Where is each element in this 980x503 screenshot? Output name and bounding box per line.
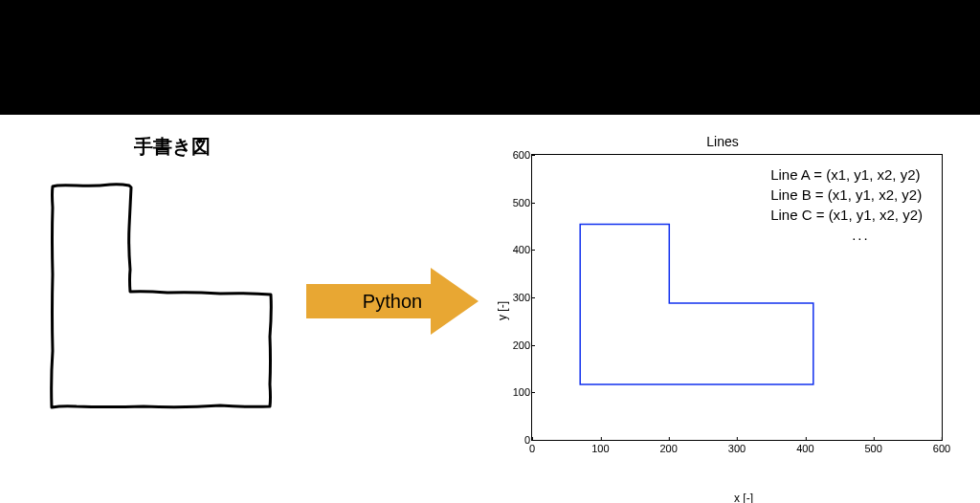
x-tick-500: 500 bbox=[864, 443, 881, 454]
x-tick-300: 300 bbox=[728, 443, 746, 454]
line-annotations: Line A = (x1, y1, x2, y2) Line B = (x1, … bbox=[770, 164, 923, 245]
annotation-line-b: Line B = (x1, y1, x2, y2) bbox=[770, 185, 923, 205]
y-tick-500: 500 bbox=[501, 197, 530, 208]
y-tick-0: 0 bbox=[501, 434, 530, 446]
x-tick-400: 400 bbox=[796, 443, 813, 454]
y-ticks: 0 100 200 300 400 500 600 bbox=[501, 155, 530, 440]
x-tick-600: 600 bbox=[933, 443, 950, 454]
x-tick-0: 0 bbox=[529, 443, 535, 454]
y-tick-200: 200 bbox=[501, 339, 530, 351]
chart-panel: Lines Line A = (x1, y1, x2, y2) Line B =… bbox=[488, 134, 957, 488]
content-area: 手書き図 Python Lines Line A = (x1, y1, x2, … bbox=[0, 115, 980, 503]
handdrawn-shape bbox=[38, 169, 278, 418]
annotation-more: ... bbox=[770, 225, 923, 245]
x-ticks: 0 100 200 300 400 500 600 bbox=[532, 443, 942, 457]
annotation-line-c: Line C = (x1, y1, x2, y2) bbox=[770, 205, 923, 225]
x-tick-100: 100 bbox=[591, 443, 609, 454]
annotation-line-a: Line A = (x1, y1, x2, y2) bbox=[770, 164, 923, 185]
left-panel: 手書き図 bbox=[38, 134, 306, 418]
y-tick-100: 100 bbox=[501, 386, 530, 398]
python-arrow: Python bbox=[306, 268, 479, 335]
x-tick-200: 200 bbox=[659, 443, 677, 454]
chart-title: Lines bbox=[488, 134, 957, 149]
arrow-label: Python bbox=[363, 291, 422, 313]
x-axis-label: x [-] bbox=[509, 492, 978, 503]
handdrawn-title: 手書き図 bbox=[38, 134, 306, 160]
chart-plot-area: Line A = (x1, y1, x2, y2) Line B = (x1, … bbox=[531, 154, 943, 441]
y-axis-label: y [-] bbox=[496, 301, 509, 320]
y-tick-400: 400 bbox=[501, 244, 530, 255]
y-tick-600: 600 bbox=[501, 149, 530, 161]
